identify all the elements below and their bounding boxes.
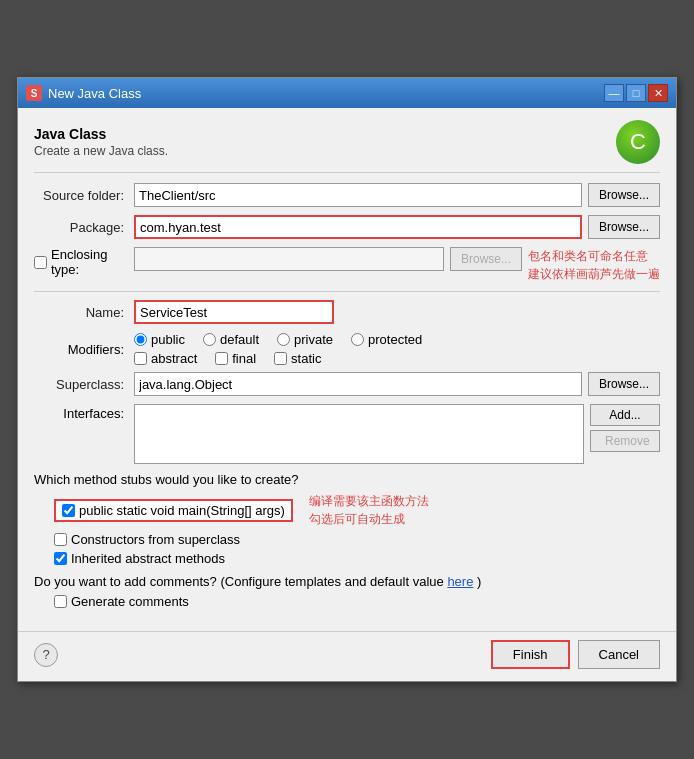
main-method-row: public static void main(String[] args) 编…: [54, 492, 660, 528]
enclosing-type-row: Enclosing type: Browse... 包名和类名可命名任意 建议依…: [34, 247, 660, 283]
interfaces-section: Interfaces: Add... Remove: [34, 404, 660, 464]
dialog-content: Java Class Create a new Java class. C So…: [18, 108, 676, 631]
comments-items: Generate comments: [34, 594, 660, 609]
new-java-class-dialog: S New Java Class — □ ✕ Java Class Create…: [17, 77, 677, 682]
stubs-question: Which method stubs would you like to cre…: [34, 472, 660, 487]
app-icon: S: [26, 85, 42, 101]
modifier-checkbox-row: abstract final static: [134, 351, 660, 366]
source-folder-input[interactable]: [134, 183, 582, 207]
interfaces-buttons: Add... Remove: [590, 404, 660, 452]
final-checkbox-item[interactable]: final: [215, 351, 256, 366]
constructors-label: Constructors from superclass: [71, 532, 240, 547]
modifiers-row: Modifiers: public default private: [34, 332, 660, 366]
protected-radio[interactable]: [351, 333, 364, 346]
enclosing-type-browse-button[interactable]: Browse...: [450, 247, 522, 271]
public-radio[interactable]: [134, 333, 147, 346]
header-text: Java Class Create a new Java class.: [34, 126, 168, 158]
package-control: [134, 215, 582, 239]
generate-comments-checkbox[interactable]: [54, 595, 67, 608]
superclass-browse-button[interactable]: Browse...: [588, 372, 660, 396]
enclosing-type-checkbox[interactable]: [34, 256, 47, 269]
maximize-button[interactable]: □: [626, 84, 646, 102]
enclosing-type-right: Browse... 包名和类名可命名任意 建议依样画葫芦先做一遍: [134, 247, 660, 283]
source-folder-control: [134, 183, 582, 207]
modifiers-group: public default private protected: [134, 332, 660, 366]
abstract-checkbox-item[interactable]: abstract: [134, 351, 197, 366]
main-method-checkbox[interactable]: [62, 504, 75, 517]
minimize-button[interactable]: —: [604, 84, 624, 102]
generate-comments-label: Generate comments: [71, 594, 189, 609]
add-interface-button[interactable]: Add...: [590, 404, 660, 426]
comments-section: Do you want to add comments? (Configure …: [34, 574, 660, 609]
package-label: Package:: [34, 220, 134, 235]
main-method-checkbox-area: public static void main(String[] args): [54, 499, 293, 522]
comments-link[interactable]: here: [447, 574, 473, 589]
interfaces-label: Interfaces:: [34, 404, 134, 421]
finish-button[interactable]: Finish: [491, 640, 570, 669]
dialog-title: Java Class: [34, 126, 168, 142]
title-bar: S New Java Class — □ ✕: [18, 78, 676, 108]
dialog-header: Java Class Create a new Java class. C: [34, 120, 660, 173]
dialog-icon: C: [616, 120, 660, 164]
remove-interface-button[interactable]: Remove: [590, 430, 660, 452]
constructors-checkbox[interactable]: [54, 533, 67, 546]
final-checkbox[interactable]: [215, 352, 228, 365]
stubs-items: public static void main(String[] args) 编…: [34, 492, 660, 566]
enclosing-type-label: Enclosing type:: [51, 247, 134, 277]
constructors-checkbox-item[interactable]: Constructors from superclass: [54, 532, 240, 547]
modifiers-label: Modifiers:: [34, 342, 134, 357]
inherited-methods-checkbox[interactable]: [54, 552, 67, 565]
dialog-subtitle: Create a new Java class.: [34, 144, 168, 158]
enclosing-type-label-area: Enclosing type:: [34, 247, 134, 277]
name-label: Name:: [34, 305, 134, 320]
footer-left: ?: [34, 643, 58, 667]
static-checkbox[interactable]: [274, 352, 287, 365]
default-radio-item[interactable]: default: [203, 332, 259, 347]
name-row: Name:: [34, 300, 660, 324]
window-title: New Java Class: [48, 86, 141, 101]
method-stubs-section: Which method stubs would you like to cre…: [34, 472, 660, 566]
source-folder-browse-button[interactable]: Browse...: [588, 183, 660, 207]
help-button[interactable]: ?: [34, 643, 58, 667]
superclass-control: [134, 372, 582, 396]
public-radio-item[interactable]: public: [134, 332, 185, 347]
inherited-methods-row: Inherited abstract methods: [54, 551, 660, 566]
superclass-label: Superclass:: [34, 377, 134, 392]
cancel-button[interactable]: Cancel: [578, 640, 660, 669]
separator-1: [34, 291, 660, 292]
inherited-methods-label: Inherited abstract methods: [71, 551, 225, 566]
name-control: [134, 300, 660, 324]
superclass-row: Superclass: Browse...: [34, 372, 660, 396]
static-checkbox-item[interactable]: static: [274, 351, 321, 366]
footer-right: Finish Cancel: [491, 640, 660, 669]
abstract-checkbox[interactable]: [134, 352, 147, 365]
enclosing-type-note: 包名和类名可命名任意 建议依样画葫芦先做一遍: [528, 247, 660, 283]
main-method-label: public static void main(String[] args): [79, 503, 285, 518]
default-radio[interactable]: [203, 333, 216, 346]
title-bar-left: S New Java Class: [26, 85, 141, 101]
source-folder-row: Source folder: Browse...: [34, 183, 660, 207]
close-button[interactable]: ✕: [648, 84, 668, 102]
main-method-note: 编译需要该主函数方法 勾选后可自动生成: [309, 492, 429, 528]
private-radio-item[interactable]: private: [277, 332, 333, 347]
source-folder-label: Source folder:: [34, 188, 134, 203]
comments-question: Do you want to add comments? (Configure …: [34, 574, 660, 589]
generate-comments-checkbox-item[interactable]: Generate comments: [54, 594, 660, 609]
inherited-methods-checkbox-item[interactable]: Inherited abstract methods: [54, 551, 225, 566]
protected-radio-item[interactable]: protected: [351, 332, 422, 347]
package-input[interactable]: [134, 215, 582, 239]
interfaces-list: [134, 404, 584, 464]
enclosing-type-input[interactable]: [134, 247, 444, 271]
visibility-radio-row: public default private protected: [134, 332, 660, 347]
constructors-row: Constructors from superclass: [54, 532, 660, 547]
private-radio[interactable]: [277, 333, 290, 346]
package-browse-button[interactable]: Browse...: [588, 215, 660, 239]
window-controls: — □ ✕: [604, 84, 668, 102]
package-row: Package: Browse...: [34, 215, 660, 239]
name-input[interactable]: [134, 300, 334, 324]
superclass-input[interactable]: [134, 372, 582, 396]
enclosing-input-area: [134, 247, 444, 271]
dialog-footer: ? Finish Cancel: [18, 631, 676, 681]
